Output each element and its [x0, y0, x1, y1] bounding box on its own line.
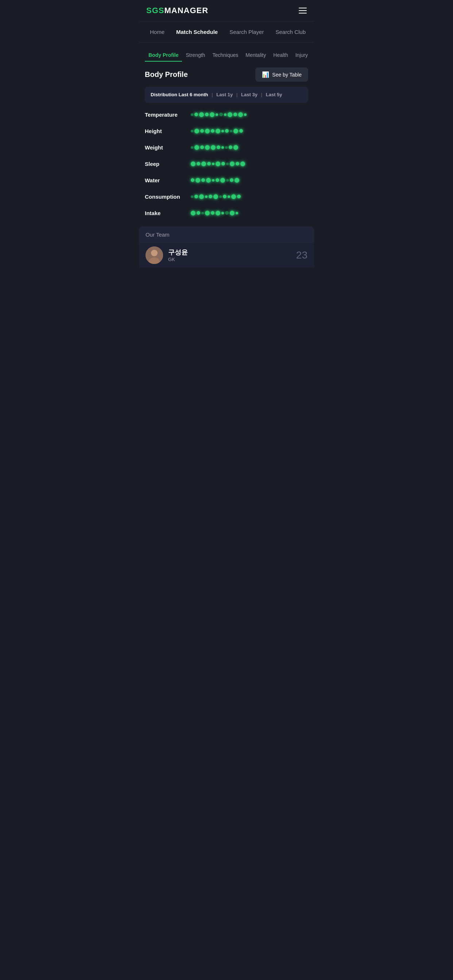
tab-mentality[interactable]: Mentality [242, 49, 270, 62]
tab-health[interactable]: Health [270, 49, 292, 62]
team-section: Our Team 구성윤 GK 23 [139, 226, 314, 267]
filter-last-6m[interactable]: Last 6 month [179, 92, 208, 97]
tab-techniques[interactable]: Techniques [209, 49, 242, 62]
app-header: SGSMANAGER [139, 0, 314, 22]
metric-dots-temperature [191, 112, 308, 117]
player-name: 구성윤 [168, 248, 291, 257]
nav-item-search-club[interactable]: Search Club [270, 26, 311, 38]
svg-point-1 [151, 250, 158, 256]
metric-label-sleep: Sleep [145, 161, 185, 167]
metric-row-intake: Intake [145, 210, 308, 216]
tab-body-profile[interactable]: Body Profile [145, 49, 182, 62]
metric-row-sleep: Sleep [145, 161, 308, 167]
metric-dots-intake [191, 211, 308, 215]
player-avatar [145, 247, 163, 264]
metric-label-height: Height [145, 128, 185, 134]
metric-row-consumption: Consumption [145, 194, 308, 200]
logo-sgs: SGS [146, 6, 164, 15]
nav-item-home[interactable]: Home [145, 26, 170, 38]
tab-strength[interactable]: Strength [182, 49, 209, 62]
filter-last-3y[interactable]: Last 3y [241, 92, 257, 97]
filter-prefix: Distribution [151, 92, 177, 97]
see-table-button[interactable]: 📊 See by Table [255, 67, 308, 82]
section-title: Body Profile [145, 70, 188, 79]
body-profile-section: Body Profile 📊 See by Table Distribution… [139, 62, 314, 103]
metric-label-intake: Intake [145, 210, 185, 216]
app-logo: SGSMANAGER [146, 6, 208, 15]
metric-label-water: Water [145, 177, 185, 183]
metric-dots-weight [191, 145, 308, 150]
filter-last-5y[interactable]: Last 5y [266, 92, 282, 97]
metric-row-height: Height [145, 128, 308, 134]
metric-dots-height [191, 129, 308, 134]
player-position: GK [168, 257, 291, 262]
metric-dots-water [191, 178, 308, 183]
metric-row-temperature: Temperature [145, 111, 308, 118]
tab-injury[interactable]: Injury [292, 49, 311, 62]
metric-row-water: Water [145, 177, 308, 183]
section-header: Body Profile 📊 See by Table [145, 67, 308, 82]
metric-label-weight: Weight [145, 145, 185, 151]
player-info: 구성윤 GK [168, 248, 291, 262]
chart-bar-icon: 📊 [262, 71, 269, 78]
metric-row-weight: Weight [145, 145, 308, 151]
metric-dots-sleep [191, 162, 308, 166]
player-number: 23 [296, 250, 308, 261]
metric-dots-consumption [191, 194, 308, 199]
filter-bar: Distribution Last 6 month | Last 1y | La… [145, 87, 308, 103]
sub-tab-bar: Body Profile Strength Techniques Mentali… [139, 43, 314, 62]
nav-item-search-player[interactable]: Search Player [224, 26, 269, 38]
metric-label-temperature: Temperature [145, 111, 185, 118]
hamburger-menu-icon[interactable] [299, 8, 307, 13]
nav-item-match-schedule[interactable]: Match Schedule [171, 26, 223, 38]
main-nav: Home Match Schedule Search Player Search… [139, 22, 314, 43]
filter-last-1y[interactable]: Last 1y [216, 92, 233, 97]
player-row[interactable]: 구성윤 GK 23 [139, 243, 314, 267]
metric-label-consumption: Consumption [145, 194, 185, 200]
logo-manager: MANAGER [164, 6, 208, 15]
team-section-header: Our Team [139, 226, 314, 243]
see-table-label: See by Table [272, 72, 301, 78]
avatar-image [145, 247, 163, 264]
metrics-list: Temperature Height [139, 111, 314, 216]
